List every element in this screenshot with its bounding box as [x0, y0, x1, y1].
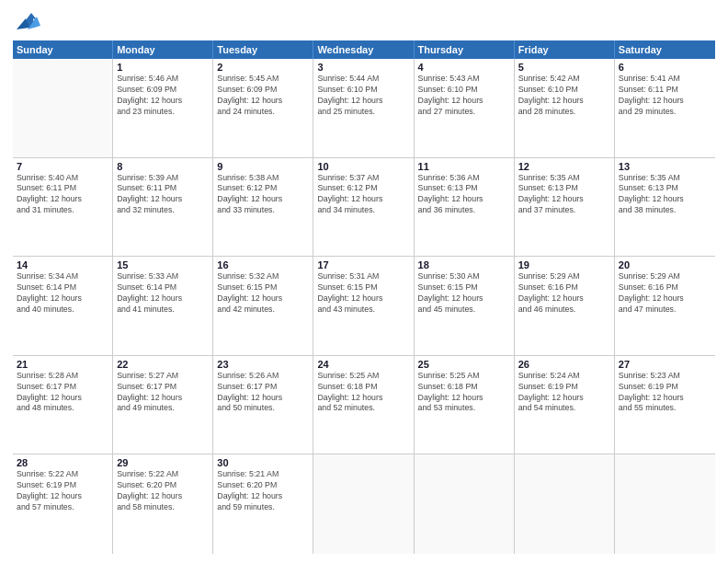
day-info: Sunrise: 5:40 AM Sunset: 6:11 PM Dayligh…	[17, 173, 108, 217]
day-number: 21	[17, 359, 108, 370]
day-number: 1	[117, 62, 209, 73]
day-number: 9	[217, 161, 309, 172]
cal-cell: 26Sunrise: 5:24 AM Sunset: 6:19 PM Dayli…	[515, 356, 615, 454]
day-info: Sunrise: 5:25 AM Sunset: 6:18 PM Dayligh…	[418, 371, 510, 415]
header-tuesday: Tuesday	[213, 40, 313, 59]
cal-cell: 21Sunrise: 5:28 AM Sunset: 6:17 PM Dayli…	[13, 356, 113, 454]
day-number: 13	[619, 161, 711, 172]
cal-week-4: 21Sunrise: 5:28 AM Sunset: 6:17 PM Dayli…	[13, 356, 715, 455]
day-number: 22	[117, 359, 209, 370]
day-number: 28	[17, 457, 108, 468]
cal-cell: 10Sunrise: 5:37 AM Sunset: 6:12 PM Dayli…	[313, 158, 414, 257]
cal-cell: 9Sunrise: 5:38 AM Sunset: 6:12 PM Daylig…	[213, 158, 313, 257]
header-friday: Friday	[515, 40, 615, 59]
logo	[13, 9, 45, 35]
cal-cell: 12Sunrise: 5:35 AM Sunset: 6:13 PM Dayli…	[515, 158, 615, 257]
cal-cell: 11Sunrise: 5:36 AM Sunset: 6:13 PM Dayli…	[415, 158, 515, 257]
cal-cell: 1Sunrise: 5:46 AM Sunset: 6:09 PM Daylig…	[113, 59, 213, 157]
day-info: Sunrise: 5:29 AM Sunset: 6:16 PM Dayligh…	[518, 271, 610, 316]
cal-cell: 27Sunrise: 5:23 AM Sunset: 6:19 PM Dayli…	[615, 356, 715, 454]
day-number: 24	[317, 359, 409, 370]
day-info: Sunrise: 5:39 AM Sunset: 6:11 PM Dayligh…	[117, 173, 209, 217]
header-monday: Monday	[113, 40, 213, 59]
day-info: Sunrise: 5:21 AM Sunset: 6:20 PM Dayligh…	[217, 469, 309, 513]
day-info: Sunrise: 5:28 AM Sunset: 6:17 PM Dayligh…	[17, 371, 108, 415]
day-number: 19	[518, 259, 610, 270]
day-info: Sunrise: 5:41 AM Sunset: 6:11 PM Dayligh…	[619, 74, 711, 118]
day-number: 30	[217, 457, 309, 468]
calendar-body: 1Sunrise: 5:46 AM Sunset: 6:09 PM Daylig…	[13, 59, 715, 554]
day-info: Sunrise: 5:44 AM Sunset: 6:10 PM Dayligh…	[317, 74, 409, 118]
cal-cell: 23Sunrise: 5:26 AM Sunset: 6:17 PM Dayli…	[213, 356, 313, 454]
cal-cell: 24Sunrise: 5:25 AM Sunset: 6:18 PM Dayli…	[313, 356, 414, 454]
cal-cell	[415, 454, 515, 554]
day-number: 4	[418, 62, 510, 73]
cal-cell: 19Sunrise: 5:29 AM Sunset: 6:16 PM Dayli…	[515, 257, 615, 355]
cal-week-2: 7Sunrise: 5:40 AM Sunset: 6:11 PM Daylig…	[13, 158, 715, 258]
cal-cell	[515, 454, 615, 554]
day-number: 26	[518, 359, 610, 370]
calendar-header: Sunday Monday Tuesday Wednesday Thursday…	[13, 40, 715, 59]
day-info: Sunrise: 5:36 AM Sunset: 6:13 PM Dayligh…	[418, 173, 510, 217]
day-number: 27	[619, 359, 711, 370]
header-sunday: Sunday	[13, 40, 113, 59]
cal-cell: 14Sunrise: 5:34 AM Sunset: 6:14 PM Dayli…	[13, 257, 113, 355]
cal-cell	[313, 454, 414, 554]
day-number: 15	[117, 259, 209, 270]
day-info: Sunrise: 5:32 AM Sunset: 6:15 PM Dayligh…	[217, 271, 309, 316]
day-info: Sunrise: 5:38 AM Sunset: 6:12 PM Dayligh…	[217, 173, 309, 217]
day-info: Sunrise: 5:22 AM Sunset: 6:20 PM Dayligh…	[117, 469, 209, 513]
day-info: Sunrise: 5:31 AM Sunset: 6:15 PM Dayligh…	[317, 271, 409, 316]
day-number: 23	[217, 359, 309, 370]
cal-cell: 5Sunrise: 5:42 AM Sunset: 6:10 PM Daylig…	[515, 59, 615, 157]
day-number: 5	[518, 62, 610, 73]
day-info: Sunrise: 5:34 AM Sunset: 6:14 PM Dayligh…	[17, 271, 108, 316]
cal-cell: 17Sunrise: 5:31 AM Sunset: 6:15 PM Dayli…	[313, 257, 414, 355]
cal-cell: 4Sunrise: 5:43 AM Sunset: 6:10 PM Daylig…	[415, 59, 515, 157]
cal-cell: 20Sunrise: 5:29 AM Sunset: 6:16 PM Dayli…	[615, 257, 715, 355]
day-number: 17	[317, 259, 409, 270]
cal-cell: 8Sunrise: 5:39 AM Sunset: 6:11 PM Daylig…	[113, 158, 213, 257]
day-number: 11	[418, 161, 510, 172]
day-number: 10	[317, 161, 409, 172]
cal-cell: 25Sunrise: 5:25 AM Sunset: 6:18 PM Dayli…	[415, 356, 515, 454]
day-info: Sunrise: 5:26 AM Sunset: 6:17 PM Dayligh…	[217, 371, 309, 415]
cal-cell: 6Sunrise: 5:41 AM Sunset: 6:11 PM Daylig…	[615, 59, 715, 157]
day-number: 8	[117, 161, 209, 172]
day-number: 6	[619, 62, 711, 73]
day-info: Sunrise: 5:35 AM Sunset: 6:13 PM Dayligh…	[518, 173, 610, 217]
day-info: Sunrise: 5:37 AM Sunset: 6:12 PM Dayligh…	[317, 173, 409, 217]
cal-week-5: 28Sunrise: 5:22 AM Sunset: 6:19 PM Dayli…	[13, 454, 715, 554]
cal-cell: 15Sunrise: 5:33 AM Sunset: 6:14 PM Dayli…	[113, 257, 213, 355]
cal-cell: 28Sunrise: 5:22 AM Sunset: 6:19 PM Dayli…	[13, 454, 113, 554]
cal-week-3: 14Sunrise: 5:34 AM Sunset: 6:14 PM Dayli…	[13, 257, 715, 356]
header-thursday: Thursday	[415, 40, 515, 59]
cal-cell: 22Sunrise: 5:27 AM Sunset: 6:17 PM Dayli…	[113, 356, 213, 454]
day-number: 2	[217, 62, 309, 73]
day-number: 3	[317, 62, 409, 73]
day-info: Sunrise: 5:24 AM Sunset: 6:19 PM Dayligh…	[518, 371, 610, 415]
cal-cell: 2Sunrise: 5:45 AM Sunset: 6:09 PM Daylig…	[213, 59, 313, 157]
cal-cell: 7Sunrise: 5:40 AM Sunset: 6:11 PM Daylig…	[13, 158, 113, 257]
cal-cell: 13Sunrise: 5:35 AM Sunset: 6:13 PM Dayli…	[615, 158, 715, 257]
day-info: Sunrise: 5:45 AM Sunset: 6:09 PM Dayligh…	[217, 74, 309, 118]
day-number: 20	[619, 259, 711, 270]
header	[13, 9, 715, 35]
day-number: 29	[117, 457, 209, 468]
day-info: Sunrise: 5:42 AM Sunset: 6:10 PM Dayligh…	[518, 74, 610, 118]
day-info: Sunrise: 5:43 AM Sunset: 6:10 PM Dayligh…	[418, 74, 510, 118]
day-number: 12	[518, 161, 610, 172]
cal-cell	[615, 454, 715, 554]
cal-cell: 18Sunrise: 5:30 AM Sunset: 6:15 PM Dayli…	[415, 257, 515, 355]
day-info: Sunrise: 5:27 AM Sunset: 6:17 PM Dayligh…	[117, 371, 209, 415]
day-info: Sunrise: 5:35 AM Sunset: 6:13 PM Dayligh…	[619, 173, 711, 217]
day-info: Sunrise: 5:22 AM Sunset: 6:19 PM Dayligh…	[17, 469, 108, 513]
cal-cell: 30Sunrise: 5:21 AM Sunset: 6:20 PM Dayli…	[213, 454, 313, 554]
day-info: Sunrise: 5:23 AM Sunset: 6:19 PM Dayligh…	[619, 371, 711, 415]
cal-week-1: 1Sunrise: 5:46 AM Sunset: 6:09 PM Daylig…	[13, 59, 715, 158]
day-number: 18	[418, 259, 510, 270]
cal-cell: 3Sunrise: 5:44 AM Sunset: 6:10 PM Daylig…	[313, 59, 414, 157]
cal-cell	[13, 59, 113, 157]
day-number: 7	[17, 161, 108, 172]
calendar: Sunday Monday Tuesday Wednesday Thursday…	[13, 40, 715, 554]
